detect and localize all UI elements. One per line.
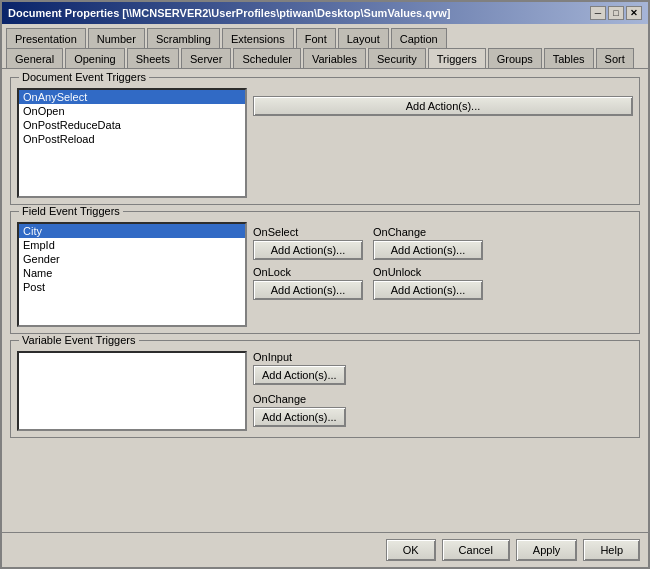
on-change-label: OnChange	[373, 226, 483, 238]
on-lock-btn[interactable]: Add Action(s)...	[253, 280, 363, 300]
list-item[interactable]: City	[19, 224, 245, 238]
tab-server[interactable]: Server	[181, 48, 231, 68]
window-title: Document Properties [\\MCNSERVER2\UserPr…	[8, 7, 450, 19]
help-button[interactable]: Help	[583, 539, 640, 561]
tab-row-2: General Opening Sheets Server Scheduler …	[2, 48, 648, 69]
list-item[interactable]: Gender	[19, 252, 245, 266]
apply-button[interactable]: Apply	[516, 539, 578, 561]
tab-scheduler[interactable]: Scheduler	[233, 48, 301, 68]
main-window: Document Properties [\\MCNSERVER2\UserPr…	[0, 0, 650, 569]
list-item[interactable]: Post	[19, 280, 245, 294]
var-trigger-list[interactable]	[17, 351, 247, 431]
var-triggers-title: Variable Event Triggers	[19, 334, 139, 346]
var-triggers-content: OnInput Add Action(s)... OnChange Add Ac…	[17, 351, 633, 431]
tab-groups[interactable]: Groups	[488, 48, 542, 68]
var-triggers-group: Variable Event Triggers OnInput Add Acti…	[10, 340, 640, 438]
field-trigger-list[interactable]: City EmpId Gender Name Post	[17, 222, 247, 327]
tab-row-1: Presentation Number Scrambling Extension…	[2, 24, 648, 48]
doc-add-panel: Add Action(s)...	[253, 88, 633, 198]
title-bar: Document Properties [\\MCNSERVER2\UserPr…	[2, 2, 648, 24]
ok-button[interactable]: OK	[386, 539, 436, 561]
list-item[interactable]: OnPostReload	[19, 132, 245, 146]
field-action-row-2: OnLock Add Action(s)... OnUnlock Add Act…	[253, 266, 633, 300]
var-on-change-group: OnChange Add Action(s)...	[253, 393, 346, 427]
on-input-group: OnInput Add Action(s)...	[253, 351, 346, 385]
on-unlock-col: OnUnlock Add Action(s)...	[373, 266, 483, 300]
tab-triggers[interactable]: Triggers	[428, 48, 486, 68]
tab-security[interactable]: Security	[368, 48, 426, 68]
doc-trigger-list[interactable]: OnAnySelect OnOpen OnPostReduceData OnPo…	[17, 88, 247, 198]
var-actions-panel: OnInput Add Action(s)... OnChange Add Ac…	[253, 351, 346, 431]
tab-variables[interactable]: Variables	[303, 48, 366, 68]
tab-general[interactable]: General	[6, 48, 63, 68]
minimize-button[interactable]: ─	[590, 6, 606, 20]
field-triggers-content: City EmpId Gender Name Post OnSelect Add…	[17, 222, 633, 327]
field-triggers-title: Field Event Triggers	[19, 205, 123, 217]
tab-font[interactable]: Font	[296, 28, 336, 48]
doc-add-actions-button[interactable]: Add Action(s)...	[253, 96, 633, 116]
close-button[interactable]: ✕	[626, 6, 642, 20]
on-input-btn[interactable]: Add Action(s)...	[253, 365, 346, 385]
on-lock-label: OnLock	[253, 266, 363, 278]
tab-sort[interactable]: Sort	[596, 48, 634, 68]
on-change-col: OnChange Add Action(s)...	[373, 226, 483, 260]
tab-tables[interactable]: Tables	[544, 48, 594, 68]
tab-number[interactable]: Number	[88, 28, 145, 48]
on-unlock-btn[interactable]: Add Action(s)...	[373, 280, 483, 300]
doc-triggers-group: Document Event Triggers OnAnySelect OnOp…	[10, 77, 640, 205]
var-on-change-btn[interactable]: Add Action(s)...	[253, 407, 346, 427]
list-item[interactable]: OnPostReduceData	[19, 118, 245, 132]
tab-layout[interactable]: Layout	[338, 28, 389, 48]
field-action-row-1: OnSelect Add Action(s)... OnChange Add A…	[253, 226, 633, 260]
on-change-btn[interactable]: Add Action(s)...	[373, 240, 483, 260]
on-lock-col: OnLock Add Action(s)...	[253, 266, 363, 300]
field-triggers-group: Field Event Triggers City EmpId Gender N…	[10, 211, 640, 334]
list-item[interactable]: OnAnySelect	[19, 90, 245, 104]
footer: OK Cancel Apply Help	[2, 532, 648, 567]
tab-scrambling[interactable]: Scrambling	[147, 28, 220, 48]
on-select-col: OnSelect Add Action(s)...	[253, 226, 363, 260]
var-on-change-label: OnChange	[253, 393, 346, 405]
tab-extensions[interactable]: Extensions	[222, 28, 294, 48]
maximize-button[interactable]: □	[608, 6, 624, 20]
doc-triggers-title: Document Event Triggers	[19, 71, 149, 83]
list-item[interactable]: EmpId	[19, 238, 245, 252]
on-select-label: OnSelect	[253, 226, 363, 238]
title-controls: ─ □ ✕	[590, 6, 642, 20]
on-input-label: OnInput	[253, 351, 346, 363]
doc-triggers-content: OnAnySelect OnOpen OnPostReduceData OnPo…	[17, 88, 633, 198]
content-area: Document Event Triggers OnAnySelect OnOp…	[2, 69, 648, 532]
list-item[interactable]: Name	[19, 266, 245, 280]
field-actions-panel: OnSelect Add Action(s)... OnChange Add A…	[253, 226, 633, 327]
list-item[interactable]: OnOpen	[19, 104, 245, 118]
tab-presentation[interactable]: Presentation	[6, 28, 86, 48]
cancel-button[interactable]: Cancel	[442, 539, 510, 561]
tab-opening[interactable]: Opening	[65, 48, 125, 68]
on-select-btn[interactable]: Add Action(s)...	[253, 240, 363, 260]
tab-sheets[interactable]: Sheets	[127, 48, 179, 68]
tab-caption[interactable]: Caption	[391, 28, 447, 48]
on-unlock-label: OnUnlock	[373, 266, 483, 278]
